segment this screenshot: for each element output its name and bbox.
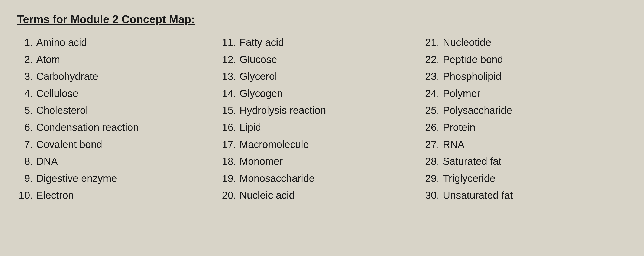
item-text: Protein — [443, 121, 475, 134]
item-text: Electron — [36, 189, 74, 202]
item-text: Polysaccharide — [443, 104, 512, 116]
item-number: 23. — [424, 70, 443, 83]
list-item: 30.Unsaturated fat — [424, 189, 627, 202]
item-number: 13. — [220, 70, 240, 83]
list-item: 15.Hydrolysis reaction — [220, 104, 424, 116]
item-text: Lipid — [240, 121, 261, 134]
item-text: Glycerol — [240, 70, 277, 83]
item-text: Monosaccharide — [240, 172, 315, 185]
list-item: 6.Condensation reaction — [17, 121, 220, 134]
list-item: 27.RNA — [424, 138, 627, 151]
item-number: 12. — [220, 53, 240, 66]
item-number: 29. — [424, 172, 443, 185]
item-number: 22. — [424, 53, 443, 66]
page: Terms for Module 2 Concept Map: 1.Amino … — [0, 0, 644, 256]
item-text: Peptide bond — [443, 53, 503, 66]
list-item: 22.Peptide bond — [424, 53, 627, 66]
column-1: 1.Amino acid2.Atom3.Carbohydrate4.Cellul… — [17, 36, 220, 202]
list-item: 19.Monosaccharide — [220, 172, 424, 185]
item-number: 14. — [220, 87, 240, 100]
item-text: Nucleotide — [443, 36, 491, 49]
item-number: 4. — [17, 87, 36, 100]
item-number: 27. — [424, 138, 443, 151]
item-number: 2. — [17, 53, 36, 66]
column-2: 11.Fatty acid12.Glucose13.Glycerol14.Gly… — [220, 36, 424, 202]
item-number: 28. — [424, 155, 443, 168]
list-item: 20.Nucleic acid — [220, 189, 424, 202]
item-text: Monomer — [240, 155, 283, 168]
item-text: Condensation reaction — [36, 121, 138, 134]
list-item: 12.Glucose — [220, 53, 424, 66]
item-text: Glycogen — [240, 87, 283, 100]
list-item: 8.DNA — [17, 155, 220, 168]
list-item: 26.Protein — [424, 121, 627, 134]
page-title: Terms for Module 2 Concept Map: — [17, 13, 627, 26]
item-text: Covalent bond — [36, 138, 102, 151]
list-item: 11.Fatty acid — [220, 36, 424, 49]
item-text: Glucose — [240, 53, 277, 66]
list-item: 16.Lipid — [220, 121, 424, 134]
item-text: Cellulose — [36, 87, 78, 100]
list-item: 14.Glycogen — [220, 87, 424, 100]
column-3: 21.Nucleotide22.Peptide bond23.Phospholi… — [424, 36, 627, 202]
item-text: RNA — [443, 138, 464, 151]
item-number: 8. — [17, 155, 36, 168]
item-number: 1. — [17, 36, 36, 49]
list-item: 7.Covalent bond — [17, 138, 220, 151]
item-number: 17. — [220, 138, 240, 151]
item-text: Digestive enzyme — [36, 172, 117, 185]
item-text: Hydrolysis reaction — [240, 104, 326, 116]
list-item: 1.Amino acid — [17, 36, 220, 49]
item-number: 20. — [220, 189, 240, 202]
list-item: 21.Nucleotide — [424, 36, 627, 49]
list-item: 13.Glycerol — [220, 70, 424, 83]
item-number: 19. — [220, 172, 240, 185]
list-item: 18.Monomer — [220, 155, 424, 168]
item-text: Macromolecule — [240, 138, 309, 151]
item-number: 10. — [17, 189, 36, 202]
list-item: 24.Polymer — [424, 87, 627, 100]
item-text: Atom — [36, 53, 60, 66]
item-number: 5. — [17, 104, 36, 116]
item-text: DNA — [36, 155, 58, 168]
item-text: Polymer — [443, 87, 480, 100]
list-item: 9.Digestive enzyme — [17, 172, 220, 185]
list-item: 25.Polysaccharide — [424, 104, 627, 116]
item-number: 7. — [17, 138, 36, 151]
item-number: 21. — [424, 36, 443, 49]
item-text: Cholesterol — [36, 104, 88, 116]
list-item: 4.Cellulose — [17, 87, 220, 100]
columns-container: 1.Amino acid2.Atom3.Carbohydrate4.Cellul… — [17, 36, 627, 202]
item-number: 26. — [424, 121, 443, 134]
item-number: 25. — [424, 104, 443, 116]
item-number: 18. — [220, 155, 240, 168]
item-text: Phospholipid — [443, 70, 502, 83]
item-number: 6. — [17, 121, 36, 134]
item-number: 11. — [220, 36, 240, 49]
list-item: 23.Phospholipid — [424, 70, 627, 83]
item-number: 30. — [424, 189, 443, 202]
item-number: 16. — [220, 121, 240, 134]
item-number: 15. — [220, 104, 240, 116]
item-text: Nucleic acid — [240, 189, 295, 202]
list-item: 3.Carbohydrate — [17, 70, 220, 83]
list-item: 2.Atom — [17, 53, 220, 66]
item-text: Carbohydrate — [36, 70, 98, 83]
list-item: 28.Saturated fat — [424, 155, 627, 168]
list-item: 29.Triglyceride — [424, 172, 627, 185]
list-item: 17.Macromolecule — [220, 138, 424, 151]
item-text: Unsaturated fat — [443, 189, 513, 202]
list-item: 10.Electron — [17, 189, 220, 202]
item-text: Fatty acid — [240, 36, 284, 49]
item-text: Amino acid — [36, 36, 87, 49]
list-item: 5.Cholesterol — [17, 104, 220, 116]
item-number: 9. — [17, 172, 36, 185]
item-text: Saturated fat — [443, 155, 502, 168]
item-number: 24. — [424, 87, 443, 100]
item-text: Triglyceride — [443, 172, 495, 185]
item-number: 3. — [17, 70, 36, 83]
